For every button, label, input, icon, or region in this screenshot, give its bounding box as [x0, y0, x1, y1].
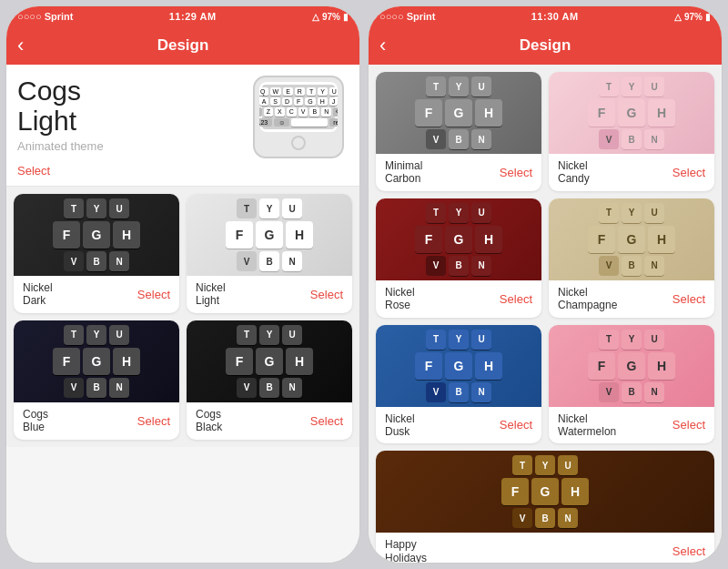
right-nav-title: Design [520, 36, 571, 55]
theme-name-cogs-black: CogsBlack [196, 408, 222, 434]
mini-keyboard-blue: TYU F G H VBN [14, 320, 179, 402]
select-holidays[interactable]: Select [672, 544, 705, 558]
left-back-button[interactable]: ‹ [17, 34, 24, 57]
mini-keyboard-rose: TYU F G H VBN [376, 198, 541, 280]
theme-card-nickel-candy: TYU F G H VBN NickelCandy Sele [549, 72, 714, 191]
right-bluetooth-icon: △ [674, 12, 682, 22]
theme-card-nickel-dark: TYU F G H VBN NickelDark Selec [14, 194, 179, 313]
right-content: TYU F G H VBN MinimalCarbon Se [369, 65, 722, 563]
phone-mockup: Q W E R T Y U A S D [248, 76, 349, 158]
select-cogs-black[interactable]: Select [310, 414, 343, 428]
left-time: 11:29 AM [169, 11, 217, 22]
select-nickel-light[interactable]: Select [310, 288, 343, 301]
right-carrier: ○○○○ Sprint [379, 11, 435, 22]
hero-title: Cogs Light [17, 76, 241, 136]
theme-preview-cogs-blue: TYU F G H VBN [14, 320, 179, 402]
theme-card-happy-holidays: TYU F G H VBN [376, 451, 714, 563]
theme-card-nickel-dusk: TYU F G H VBN NickelDusk Selec [376, 325, 541, 444]
select-cogs-blue[interactable]: Select [137, 414, 170, 428]
mini-keyboard-minimal: TYU F G H VBN [376, 72, 541, 154]
theme-card-nickel-watermelon: TYU F G H VBN NickelWatermelon [549, 325, 714, 444]
theme-name-nickel-light: NickelLight [196, 281, 226, 308]
left-phone: ○○○○ Sprint 11:29 AM △ 97% ▮ ‹ Design Co… [5, 5, 360, 564]
mini-keyboard-watermelon: TYU F G H VBN [549, 325, 714, 407]
theme-preview-watermelon: TYU F G H VBN [549, 325, 714, 407]
bluetooth-icon: △ [312, 12, 319, 22]
theme-name-dusk: NickelDusk [385, 412, 415, 439]
select-candy[interactable]: Select [672, 166, 705, 179]
theme-preview-rose: TYU F G H VBN [376, 198, 541, 280]
hero-text-block: Cogs Light Animated theme Select [17, 76, 241, 186]
select-minimal[interactable]: Select [500, 166, 532, 179]
theme-name-nickel-dark: NickelDark [23, 281, 53, 308]
select-rose[interactable]: Select [500, 292, 532, 306]
theme-name-watermelon: NickelWatermelon [558, 412, 616, 439]
hero-select-button[interactable]: Select [17, 164, 50, 178]
theme-preview-holidays: TYU F G H VBN [376, 451, 714, 533]
select-champagne[interactable]: Select [672, 292, 705, 306]
theme-card-nickel-light: TYU F G H VBN NickelLight Sele [187, 194, 352, 313]
theme-name-minimal: MinimalCarbon [385, 159, 422, 186]
theme-card-cogs-blue: TYU F G H VBN CogsBlue Select [14, 320, 179, 440]
left-status-icons: △ 97% ▮ [312, 12, 349, 22]
battery-text: 97% [322, 12, 340, 22]
battery-icon: ▮ [343, 12, 349, 22]
theme-preview-nickel-light: TYU F G H VBN [187, 194, 352, 276]
right-battery-text: 97% [684, 12, 703, 22]
select-watermelon[interactable]: Select [672, 418, 705, 432]
theme-name-holidays: HappyHolidays [385, 538, 427, 563]
mini-keyboard-dusk: TYU F G H VBN [376, 325, 541, 407]
theme-preview-minimal: TYU F G H VBN [376, 72, 541, 154]
right-theme-grid: TYU F G H VBN MinimalCarbon Se [369, 65, 722, 563]
theme-footer-candy: NickelCandy Select [549, 154, 714, 191]
mini-keyboard-black: TYU F G H VBN [187, 320, 352, 402]
theme-footer-holidays: HappyHolidays Select [376, 533, 714, 563]
theme-footer-minimal: MinimalCarbon Select [376, 154, 541, 191]
right-back-button[interactable]: ‹ [379, 34, 386, 57]
left-nav-bar: ‹ Design [6, 26, 359, 65]
theme-footer-rose: NickelRose Select [376, 280, 541, 318]
right-status-bar: ○○○○ Sprint 11:30 AM △ 97% ▮ [369, 6, 722, 26]
theme-preview-nickel-dark: TYU F G H VBN [14, 194, 179, 276]
mini-keyboard-light: TYU F G H VBN [187, 194, 352, 276]
hero-subtitle: Animated theme [17, 139, 241, 153]
theme-card-nickel-rose: TYU F G H VBN NickelRose Selec [376, 198, 541, 318]
theme-footer-watermelon: NickelWatermelon Select [549, 407, 714, 444]
theme-footer-cogs-blue: CogsBlue Select [14, 402, 179, 440]
theme-footer-cogs-black: CogsBlack Select [187, 402, 352, 440]
theme-grid: TYU F G H VBN NickelDark Selec [6, 187, 359, 447]
theme-name-rose: NickelRose [385, 286, 415, 312]
mini-keyboard-champagne: TYU F G H VBN [549, 198, 714, 280]
theme-card-minimal-carbon: TYU F G H VBN MinimalCarbon Se [376, 72, 541, 191]
right-status-icons: △ 97% ▮ [674, 12, 711, 22]
left-nav-title: Design [157, 36, 209, 55]
left-content: Cogs Light Animated theme Select Q [6, 65, 359, 563]
theme-preview-dusk: TYU F G H VBN [376, 325, 541, 407]
left-carrier: ○○○○ Sprint [17, 11, 73, 22]
select-dusk[interactable]: Select [500, 418, 532, 432]
theme-preview-cogs-black: TYU F G H VBN [187, 320, 352, 402]
theme-preview-champagne: TYU F G H VBN [549, 198, 714, 280]
right-phone: ○○○○ Sprint 11:30 AM △ 97% ▮ ‹ Design TY… [368, 5, 723, 564]
right-time: 11:30 AM [531, 11, 579, 22]
mini-keyboard-candy: TYU F G H VBN [549, 72, 714, 154]
theme-footer-nickel-dark: NickelDark Select [14, 276, 179, 313]
theme-footer-dusk: NickelDusk Select [376, 407, 541, 444]
theme-name-cogs-blue: CogsBlue [23, 408, 48, 434]
theme-card-nickel-champagne: TYU F G H VBN NickelChampagne [549, 198, 714, 318]
theme-footer-nickel-light: NickelLight Select [187, 276, 352, 313]
theme-preview-candy: TYU F G H VBN [549, 72, 714, 154]
select-nickel-dark[interactable]: Select [137, 288, 170, 301]
theme-name-champagne: NickelChampagne [558, 286, 617, 312]
left-status-bar: ○○○○ Sprint 11:29 AM △ 97% ▮ [6, 6, 359, 26]
theme-card-cogs-black: TYU F G H VBN CogsBlack Select [187, 320, 352, 440]
theme-footer-champagne: NickelChampagne Select [549, 280, 714, 318]
right-nav-bar: ‹ Design [369, 26, 722, 65]
theme-name-candy: NickelCandy [558, 159, 590, 186]
right-battery-icon: ▮ [705, 12, 711, 22]
mini-keyboard-dark: TYU F G H VBN [14, 194, 179, 276]
mini-keyboard-holidays: TYU F G H VBN [376, 451, 714, 533]
